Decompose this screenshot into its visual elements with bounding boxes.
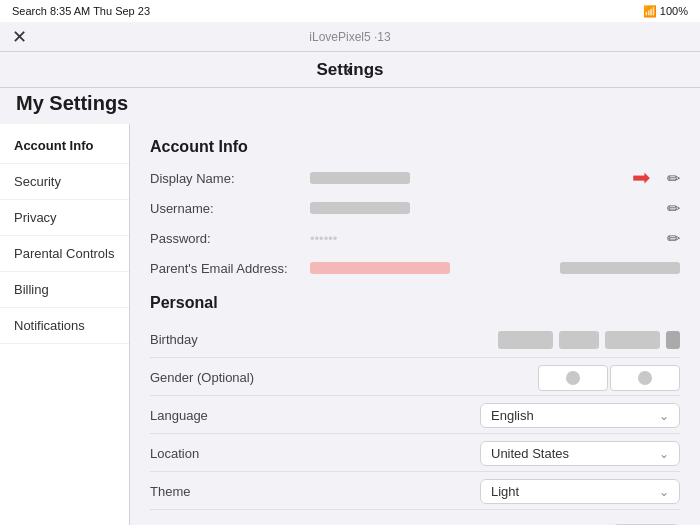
password-label: Password: (150, 231, 310, 246)
display-name-label: Display Name: (150, 171, 310, 186)
language-control: English ⌄ (310, 403, 680, 428)
gender-buttons (538, 365, 680, 391)
username-edit-icon[interactable]: ✏ (667, 200, 680, 217)
sidebar-item-notifications[interactable]: Notifications (0, 308, 129, 344)
username-value (310, 202, 410, 214)
language-value: English (491, 408, 534, 423)
parent-email-extra (560, 262, 680, 274)
sidebar-item-parental-controls[interactable]: Parental Controls (0, 236, 129, 272)
url-text: iLovePixel5 ·13 (309, 30, 390, 44)
password-edit-icon[interactable]: ✏ (667, 230, 680, 247)
location-value: United States (491, 446, 569, 461)
language-row: Language English ⌄ (150, 398, 680, 434)
birthday-seg-4 (666, 331, 680, 349)
display-name-value (310, 172, 410, 184)
settings-panel: Account Info Display Name: ➡ ✏ Username:… (130, 124, 700, 525)
location-label: Location (150, 446, 310, 461)
theme-row: Theme Light ⌄ (150, 474, 680, 510)
theme-chevron-icon: ⌄ (659, 485, 669, 499)
language-label: Language (150, 408, 310, 423)
location-select[interactable]: United States ⌄ (480, 441, 680, 466)
sidebar-item-billing[interactable]: Billing (0, 272, 129, 308)
theme-select[interactable]: Light ⌄ (480, 479, 680, 504)
display-name-row: Display Name: ➡ ✏ (150, 166, 680, 190)
close-icon[interactable]: ✕ (12, 26, 27, 48)
gender-dot-2 (638, 371, 652, 385)
sidebar-item-account-info[interactable]: Account Info (0, 128, 129, 164)
wifi-icon: 📶 (643, 5, 657, 17)
red-arrow-indicator: ➡ (632, 165, 650, 191)
parent-email-value (310, 262, 450, 274)
location-row: Location United States ⌄ (150, 436, 680, 472)
birthday-seg-1 (498, 331, 553, 349)
status-bar: Search 8:35 AM Thu Sep 23 📶 100% (0, 0, 700, 22)
gender-row: Gender (Optional) (150, 360, 680, 396)
language-chevron-icon: ⌄ (659, 409, 669, 423)
account-info-title: Account Info (150, 138, 680, 156)
status-right: 📶 100% (643, 5, 688, 18)
birthday-seg-3 (605, 331, 660, 349)
language-select[interactable]: English ⌄ (480, 403, 680, 428)
page-heading-row: ‹ Settings (0, 52, 700, 88)
personal-section-title: Personal (150, 294, 680, 312)
birthday-label: Birthday (150, 332, 310, 347)
birthday-control (310, 331, 680, 349)
password-row: Password: •••••• ✏ (150, 226, 680, 250)
gender-btn-1[interactable] (538, 365, 608, 391)
gender-btn-2[interactable] (610, 365, 680, 391)
nav-url-bar: ✕ iLovePixel5 ·13 (0, 22, 700, 52)
theme-control: Light ⌄ (310, 479, 680, 504)
display-name-edit-icon[interactable]: ✏ (667, 169, 680, 188)
username-row: Username: ✏ (150, 196, 680, 220)
parent-email-row: Parent's Email Address: (150, 256, 680, 280)
birthday-seg-2 (559, 331, 599, 349)
theme-value: Light (491, 484, 519, 499)
location-control: United States ⌄ (310, 441, 680, 466)
parent-email-label: Parent's Email Address: (150, 261, 310, 276)
gender-control (310, 365, 680, 391)
location-chevron-icon: ⌄ (659, 447, 669, 461)
birthday-value (498, 331, 680, 349)
my-settings-row: My Settings (0, 88, 700, 124)
gender-label: Gender (Optional) (150, 370, 310, 385)
account-info-section: Account Info Display Name: ➡ ✏ Username:… (150, 138, 680, 280)
password-value: •••••• (310, 231, 337, 246)
my-settings-heading: My Settings (16, 92, 128, 115)
birthday-row: Birthday (150, 322, 680, 358)
theme-label: Theme (150, 484, 310, 499)
page-title: Settings (316, 60, 383, 80)
sidebar: Account Info Security Privacy Parental C… (0, 124, 130, 525)
status-left: Search 8:35 AM Thu Sep 23 (12, 5, 150, 17)
sidebar-item-security[interactable]: Security (0, 164, 129, 200)
gender-dot-1 (566, 371, 580, 385)
sidebar-item-privacy[interactable]: Privacy (0, 200, 129, 236)
username-label: Username: (150, 201, 310, 216)
personal-section: Personal Birthday Gender (Optional) (150, 294, 680, 525)
main-content: Account Info Security Privacy Parental C… (0, 124, 700, 525)
